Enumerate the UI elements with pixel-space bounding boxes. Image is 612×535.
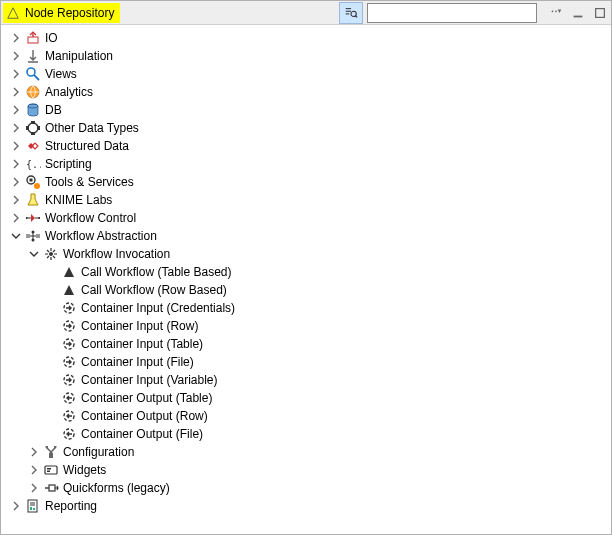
container-in-icon (61, 372, 77, 388)
chevron-right-icon[interactable] (9, 49, 23, 63)
tree-item-container-input-row[interactable]: Container Input (Row) (1, 317, 611, 335)
views-icon (25, 66, 41, 82)
tree-item-tools-services[interactable]: Tools & Services (1, 173, 611, 191)
tree-item-knime-labs[interactable]: KNIME Labs (1, 191, 611, 209)
chevron-right-icon[interactable] (9, 157, 23, 171)
tree-item-label: Call Workflow (Row Based) (81, 282, 227, 298)
tree-item-other-data-types[interactable]: Other Data Types (1, 119, 611, 137)
tree-item-label: Container Input (Variable) (81, 372, 218, 388)
tree-item-label: IO (45, 30, 58, 46)
container-in-icon (61, 318, 77, 334)
tree-item-label: Container Input (Table) (81, 336, 203, 352)
tree-item-scripting[interactable]: Scripting (1, 155, 611, 173)
tree-item-configuration[interactable]: Configuration (1, 443, 611, 461)
container-out-icon (61, 390, 77, 406)
tree-item-label: Structured Data (45, 138, 129, 154)
filter-search-icon (344, 6, 358, 20)
chevron-right-icon[interactable] (9, 193, 23, 207)
chevron-down-icon[interactable] (27, 247, 41, 261)
chevron-right-icon[interactable] (27, 463, 41, 477)
chevron-right-icon[interactable] (9, 175, 23, 189)
panel-title: Node Repository (25, 7, 114, 19)
reporting-icon (25, 498, 41, 514)
filter-search-button[interactable] (339, 2, 363, 24)
tree-item-label: Container Output (Table) (81, 390, 212, 406)
tree-item-call-workflow-table-based[interactable]: Call Workflow (Table Based) (1, 263, 611, 281)
tree-item-call-workflow-row-based[interactable]: Call Workflow (Row Based) (1, 281, 611, 299)
tree-item-container-output-row[interactable]: Container Output (Row) (1, 407, 611, 425)
analytics-icon (25, 84, 41, 100)
tree-item-structured-data[interactable]: Structured Data (1, 137, 611, 155)
tree-item-label: Reporting (45, 498, 97, 514)
tree-item-views[interactable]: Views (1, 65, 611, 83)
tree-item-workflow-abstraction[interactable]: Workflow Abstraction (1, 227, 611, 245)
tree-item-label: Workflow Abstraction (45, 228, 157, 244)
tree-item-container-input-variable[interactable]: Container Input (Variable) (1, 371, 611, 389)
view-menu-button[interactable] (547, 4, 565, 22)
tree-item-container-input-table[interactable]: Container Input (Table) (1, 335, 611, 353)
tree-item-label: Workflow Control (45, 210, 136, 226)
chevron-down-icon[interactable] (9, 229, 23, 243)
tree-item-workflow-invocation[interactable]: Workflow Invocation (1, 245, 611, 263)
chevron-right-icon[interactable] (27, 481, 41, 495)
tree-item-label: Quickforms (legacy) (63, 480, 170, 496)
tree-item-container-input-credentials[interactable]: Container Input (Credentials) (1, 299, 611, 317)
tree-item-manipulation[interactable]: Manipulation (1, 47, 611, 65)
tree-item-widgets[interactable]: Widgets (1, 461, 611, 479)
tree-item-label: Container Input (Credentials) (81, 300, 235, 316)
panel-header: Node Repository (1, 1, 611, 25)
tree-item-label: Manipulation (45, 48, 113, 64)
labs-icon (25, 192, 41, 208)
container-in-icon (61, 300, 77, 316)
chevron-right-icon[interactable] (9, 103, 23, 117)
structured-icon (25, 138, 41, 154)
wf-control-icon (25, 210, 41, 226)
chevron-right-icon[interactable] (9, 85, 23, 99)
tree-item-label: Configuration (63, 444, 134, 460)
chevron-right-icon[interactable] (9, 121, 23, 135)
tree-item-reporting[interactable]: Reporting (1, 497, 611, 515)
chevron-right-icon[interactable] (9, 211, 23, 225)
chevron-right-icon[interactable] (27, 445, 41, 459)
search-input[interactable] (367, 3, 537, 23)
tree-item-io[interactable]: IO (1, 29, 611, 47)
tree[interactable]: IOManipulationViewsAnalyticsDBOther Data… (1, 25, 611, 534)
chevron-right-icon[interactable] (9, 139, 23, 153)
tree-item-label: Analytics (45, 84, 93, 100)
call-wf-icon (61, 282, 77, 298)
container-in-icon (61, 354, 77, 370)
scripting-icon (25, 156, 41, 172)
configuration-icon (43, 444, 59, 460)
tree-item-analytics[interactable]: Analytics (1, 83, 611, 101)
call-wf-icon (61, 264, 77, 280)
tree-item-workflow-control[interactable]: Workflow Control (1, 209, 611, 227)
panel-title-tab[interactable]: Node Repository (3, 3, 120, 23)
minimize-button[interactable] (569, 4, 587, 22)
widgets-icon (43, 462, 59, 478)
db-icon (25, 102, 41, 118)
tree-item-label: Other Data Types (45, 120, 139, 136)
tree-item-label: Container Output (Row) (81, 408, 208, 424)
tree-item-label: Widgets (63, 462, 106, 478)
chevron-right-icon[interactable] (9, 31, 23, 45)
chevron-right-icon[interactable] (9, 67, 23, 81)
knime-icon (5, 5, 21, 21)
wf-abstraction-icon (25, 228, 41, 244)
tree-item-label: Tools & Services (45, 174, 134, 190)
tree-item-quickforms-legacy[interactable]: Quickforms (legacy) (1, 479, 611, 497)
tree-item-container-output-table[interactable]: Container Output (Table) (1, 389, 611, 407)
tree-item-label: Views (45, 66, 77, 82)
other-types-icon (25, 120, 41, 136)
chevron-right-icon[interactable] (9, 499, 23, 513)
tree-item-db[interactable]: DB (1, 101, 611, 119)
tree-item-container-input-file[interactable]: Container Input (File) (1, 353, 611, 371)
tree-item-label: Workflow Invocation (63, 246, 170, 262)
maximize-icon (593, 6, 607, 20)
container-out-icon (61, 408, 77, 424)
maximize-button[interactable] (591, 4, 609, 22)
container-in-icon (61, 336, 77, 352)
quickforms-icon (43, 480, 59, 496)
tree-item-label: Container Output (File) (81, 426, 203, 442)
tree-item-label: KNIME Labs (45, 192, 112, 208)
tree-item-container-output-file[interactable]: Container Output (File) (1, 425, 611, 443)
